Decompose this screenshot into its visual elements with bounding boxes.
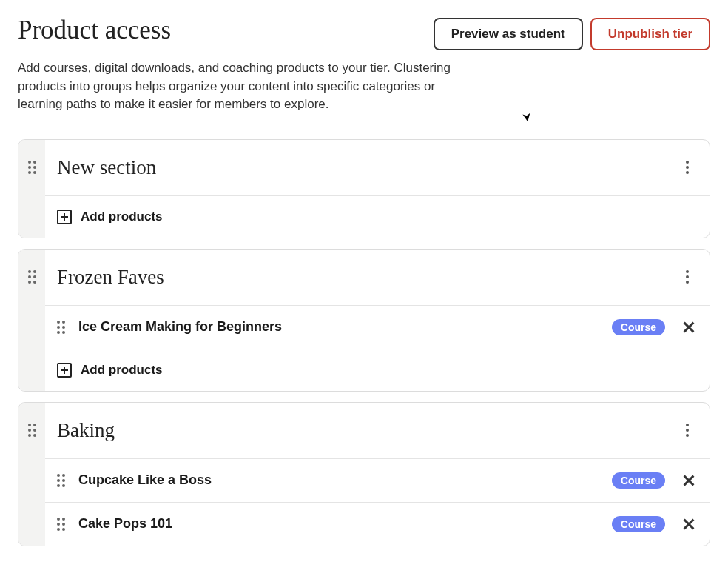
product-title: Cupcake Like a Boss — [78, 472, 603, 488]
product-type-badge: Course — [612, 516, 665, 532]
unpublish-tier-button[interactable]: Unpublish tier — [590, 18, 710, 50]
drag-handle-icon[interactable] — [57, 474, 65, 487]
product-type-badge: Course — [612, 472, 665, 489]
product-row: Cupcake Like a Boss Course — [45, 458, 710, 502]
remove-product-icon[interactable] — [681, 320, 696, 335]
product-title: Cake Pops 101 — [78, 516, 603, 532]
drag-handle-icon[interactable] — [28, 270, 36, 284]
section-title: Frozen Faves — [57, 266, 678, 289]
product-row: Cake Pops 101 Course — [45, 502, 710, 546]
product-title: Ice Cream Making for Beginners — [78, 319, 603, 335]
kebab-menu-icon[interactable] — [678, 158, 696, 176]
section-card: Baking Cupcake Like a Boss Course Cake P… — [18, 402, 710, 546]
add-products-button[interactable]: Add products — [45, 195, 710, 238]
section-drag-column — [18, 250, 45, 391]
remove-product-icon[interactable] — [681, 517, 696, 532]
kebab-menu-icon[interactable] — [678, 268, 696, 286]
preview-as-student-button[interactable]: Preview as student — [434, 18, 583, 50]
section-drag-column — [18, 403, 45, 546]
sections-list: New section Add products Frozen Faves — [18, 139, 710, 546]
drag-handle-icon[interactable] — [57, 321, 65, 334]
section-card: Frozen Faves Ice Cream Making for Beginn… — [18, 249, 710, 392]
section-drag-column — [18, 140, 45, 238]
add-products-label: Add products — [81, 363, 163, 378]
product-type-badge: Course — [612, 319, 665, 335]
add-products-label: Add products — [81, 210, 163, 224]
header-actions: Preview as student Unpublish tier — [434, 15, 710, 50]
section-header: Baking — [45, 403, 710, 458]
page-description: Add courses, digital downloads, and coac… — [18, 59, 462, 114]
add-products-button[interactable]: Add products — [45, 349, 710, 391]
drag-handle-icon[interactable] — [57, 518, 65, 531]
section-title: Baking — [57, 419, 678, 442]
section-card: New section Add products — [18, 139, 710, 238]
drag-handle-icon[interactable] — [28, 424, 36, 437]
remove-product-icon[interactable] — [681, 473, 696, 488]
plus-square-icon — [57, 210, 72, 224]
section-header: Frozen Faves — [45, 250, 710, 305]
section-header: New section — [45, 140, 710, 195]
drag-handle-icon[interactable] — [28, 161, 36, 174]
product-row: Ice Cream Making for Beginners Course — [45, 305, 710, 349]
plus-square-icon — [57, 363, 72, 378]
kebab-menu-icon[interactable] — [678, 421, 696, 439]
page-title: Product access — [18, 15, 171, 46]
section-title: New section — [57, 156, 678, 179]
